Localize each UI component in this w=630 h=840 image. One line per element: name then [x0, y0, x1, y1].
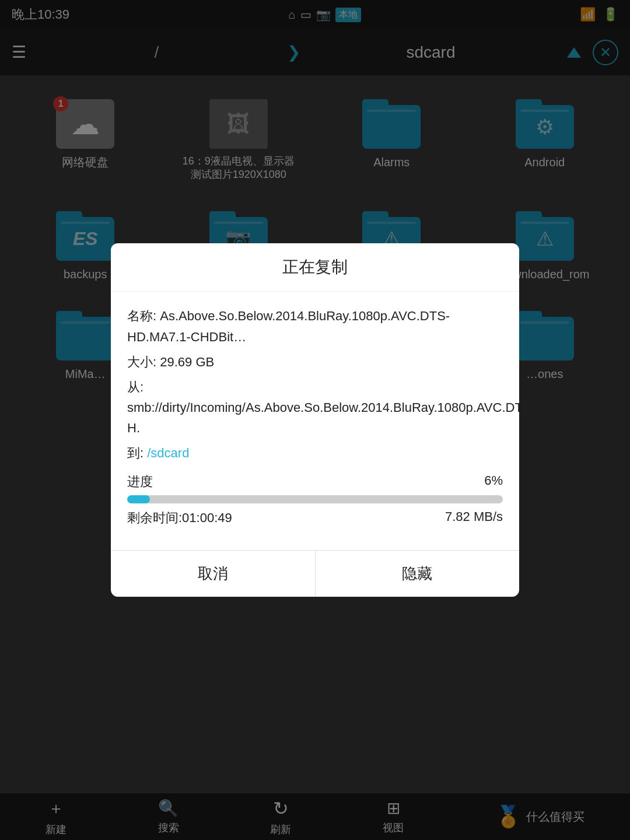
- progress-footer: 剩余时间:01:00:49 7.82 MB/s: [127, 509, 503, 527]
- size-value: 29.69 GB: [160, 355, 214, 369]
- from-label: 从:: [127, 380, 144, 394]
- to-value: /sdcard: [147, 446, 189, 460]
- progress-bar-background: [127, 495, 503, 503]
- to-label: 到:: [127, 446, 144, 460]
- progress-percent: 6%: [484, 473, 503, 491]
- modal-title: 正在复制: [111, 243, 519, 292]
- modal-from-row: 从: smb://dirty/Incoming/As.Above.So.Belo…: [127, 377, 503, 439]
- name-value: As.Above.So.Below.2014.BluRay.1080p.AVC.…: [127, 309, 450, 344]
- modal-body: 名称: As.Above.So.Below.2014.BluRay.1080p.…: [111, 292, 519, 540]
- remaining-time: 剩余时间:01:00:49: [127, 509, 232, 527]
- modal-to-row: 到: /sdcard: [127, 443, 503, 463]
- modal-size-row: 大小: 29.69 GB: [127, 352, 503, 372]
- transfer-speed: 7.82 MB/s: [445, 509, 503, 527]
- progress-label: 进度: [127, 473, 153, 491]
- name-label: 名称:: [127, 309, 156, 323]
- progress-header: 进度 6%: [127, 473, 503, 491]
- copy-dialog: 正在复制 名称: As.Above.So.Below.2014.BluRay.1…: [111, 243, 519, 596]
- progress-bar-fill: [127, 495, 150, 503]
- from-value: smb://dirty/Incoming/As.Above.So.Below.2…: [127, 400, 519, 435]
- modal-overlay: 正在复制 名称: As.Above.So.Below.2014.BluRay.1…: [0, 0, 630, 840]
- hide-button[interactable]: 隐藏: [316, 551, 520, 597]
- size-label: 大小:: [127, 355, 156, 369]
- modal-name-row: 名称: As.Above.So.Below.2014.BluRay.1080p.…: [127, 306, 503, 346]
- cancel-button[interactable]: 取消: [111, 551, 316, 597]
- modal-actions: 取消 隐藏: [111, 550, 519, 597]
